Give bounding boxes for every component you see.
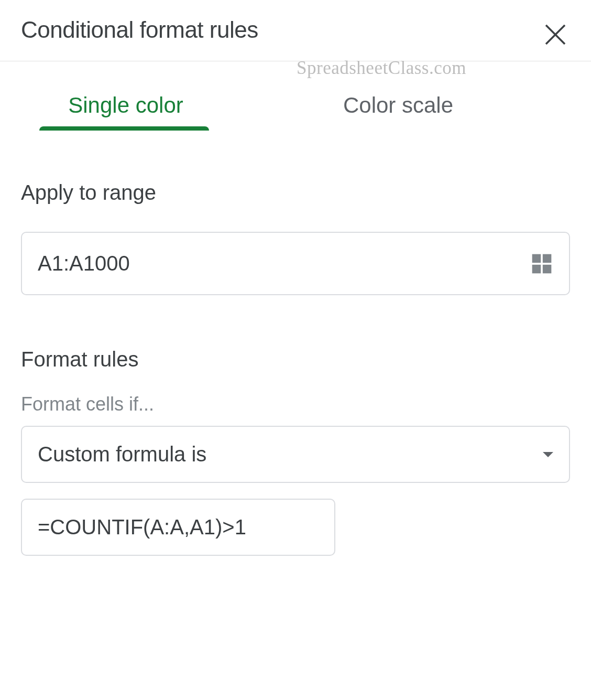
panel-title: Conditional format rules [21, 17, 258, 43]
svg-rect-3 [543, 254, 552, 263]
formula-field[interactable] [21, 499, 335, 556]
tab-single-color[interactable]: Single color [21, 88, 231, 128]
format-rules-label: Format rules [21, 348, 570, 371]
apply-range-value: A1:A1000 [38, 252, 130, 275]
tab-color-scale[interactable]: Color scale [231, 88, 566, 128]
close-button[interactable] [541, 20, 570, 49]
rule-type-dropdown[interactable]: Custom formula is [21, 426, 570, 483]
chevron-down-icon [543, 452, 553, 457]
svg-rect-2 [532, 254, 541, 263]
header-divider [0, 61, 591, 61]
format-cells-if-label: Format cells if... [21, 393, 570, 415]
close-icon [544, 23, 567, 46]
tabs: Single color Color scale [0, 88, 591, 128]
svg-rect-4 [532, 264, 541, 273]
apply-range-selector[interactable]: A1:A1000 [21, 232, 570, 295]
svg-rect-5 [543, 264, 552, 273]
apply-range-label: Apply to range [21, 181, 570, 204]
grid-icon [530, 252, 553, 275]
watermark: SpreadsheetClass.com [297, 58, 466, 79]
rule-type-value: Custom formula is [38, 443, 206, 466]
formula-input[interactable] [38, 515, 319, 539]
